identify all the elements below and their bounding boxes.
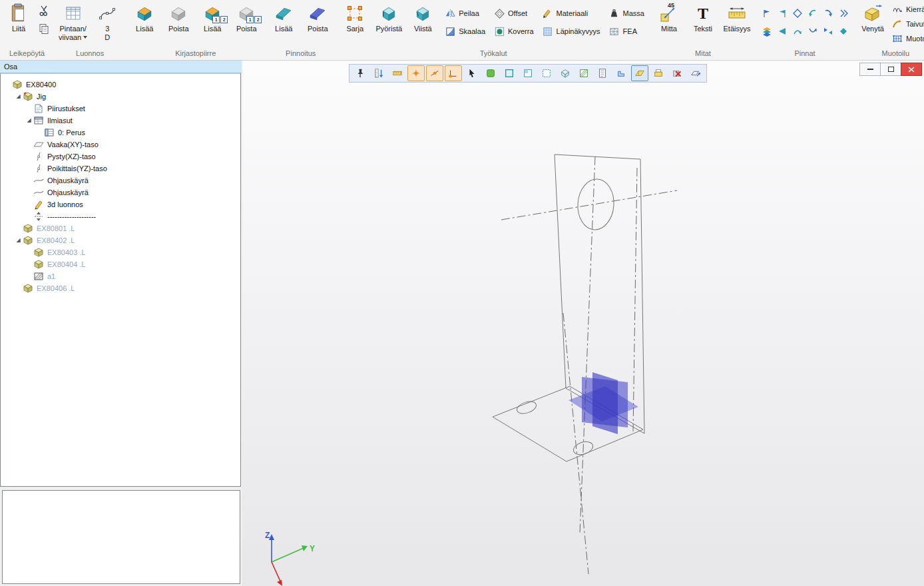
select-face-green-button[interactable] — [482, 65, 499, 81]
select-element-button[interactable] — [463, 65, 481, 81]
surface-rotate-left-button[interactable] — [806, 7, 819, 19]
surface-flag-right-button[interactable] — [760, 7, 773, 19]
surface-flag-left2-button[interactable] — [776, 25, 788, 37]
select-face-button[interactable] — [501, 65, 518, 81]
text-button[interactable]: T Teksti — [686, 1, 720, 35]
distance-button[interactable]: Etäisyys — [720, 1, 754, 35]
measure-vertical-button[interactable] — [370, 65, 387, 81]
tree-item-vaaka-xy-taso[interactable]: Vaaka(XY)-taso — [1, 139, 240, 150]
part-icon — [23, 223, 33, 234]
viewport[interactable]: Z Y — [242, 61, 924, 586]
tree-item-3d-luonnos[interactable]: 3d luonnos — [1, 198, 240, 210]
pin-button[interactable] — [351, 65, 369, 81]
surface-stack-button[interactable] — [760, 25, 773, 37]
twist-button[interactable]: Kierrä — [891, 3, 924, 15]
sketch-on-surface-button[interactable]: Pintaan/viivaan — [56, 1, 90, 44]
surface-step-button[interactable] — [612, 65, 630, 81]
surface-remove-icon — [309, 3, 326, 24]
fillet-button[interactable]: Pyöristä — [372, 1, 405, 35]
snap-angle-icon — [448, 68, 459, 79]
tree-item-poikittais-yz-taso[interactable]: Poikittais(YZ)-taso — [1, 162, 240, 174]
select-solid-button[interactable] — [557, 65, 574, 81]
select-hatch-button[interactable] — [575, 65, 592, 81]
tree-item-pysty-xz-taso[interactable]: Pysty(XZ)-taso — [1, 150, 240, 162]
plane-direction-button[interactable] — [687, 65, 704, 81]
surface-remove-button[interactable]: Poista — [301, 1, 334, 35]
surface-diamond-button[interactable] — [791, 7, 804, 19]
dimension-icon: 45 — [659, 3, 679, 24]
select-face-partial-button[interactable] — [519, 65, 537, 81]
tree-item-ilmiasut[interactable]: ◢ Ilmiasut — [1, 115, 240, 127]
hollow-button[interactable]: Koverra — [493, 25, 534, 37]
offset-button[interactable]: Offset — [493, 7, 534, 19]
tree-item-ex80406[interactable]: EX80406 .L — [1, 282, 240, 294]
deform-button[interactable]: Muotoile — [891, 33, 924, 45]
pattern-button[interactable]: Sarja — [338, 1, 371, 35]
library-add-button[interactable]: Lisää — [128, 1, 161, 35]
surface-arc-down-button[interactable] — [806, 25, 819, 37]
scale-button[interactable]: Skaalaa — [444, 25, 485, 37]
tree-item-0-perus[interactable]: 0: Perus — [1, 127, 240, 139]
select-face-dashed-button[interactable] — [538, 65, 555, 81]
model-canvas[interactable]: Z Y — [242, 61, 924, 586]
ribbon-group-kirjastopiirre: Lisää Poista 12 Lisää 12 Poista Kirjasto… — [126, 0, 265, 60]
fea-button[interactable]: FEA — [608, 25, 644, 37]
paste-button[interactable]: Liitä — [2, 1, 35, 35]
tree-item-piirustukset[interactable]: Piirustukset — [1, 103, 240, 115]
surface-add-button[interactable]: Lisää — [267, 1, 300, 35]
stretch-button[interactable]: Venytä — [856, 1, 889, 35]
mass-button[interactable]: Massa — [608, 7, 644, 19]
tree-item-separator[interactable]: -------------------- — [1, 210, 240, 222]
face-dashed-icon — [541, 68, 552, 79]
minimize-button[interactable] — [859, 63, 881, 76]
plane-output-button[interactable] — [650, 65, 667, 81]
bend-button[interactable]: Taivuta — [891, 18, 924, 30]
work-plane-button[interactable] — [631, 65, 648, 81]
snap-angle-toggle[interactable] — [445, 65, 462, 81]
sketch-3d-button[interactable]: 3D — [91, 1, 124, 44]
cut-button[interactable] — [37, 4, 51, 17]
snap-line-toggle[interactable] — [426, 65, 443, 81]
library-add-icon — [136, 3, 153, 24]
expand-toggle[interactable]: ◢ — [25, 115, 33, 127]
jig-icon — [23, 91, 33, 102]
tree-item-ex80403[interactable]: EX80403 .L — [1, 246, 240, 258]
tree-item-jig[interactable]: ◢ Jig — [1, 91, 240, 103]
group-label-pinnoitus: Pinnoitus — [267, 49, 334, 60]
library-remove-numbered-button[interactable]: 12 Poista — [230, 1, 263, 35]
surface-flag-left-button[interactable] — [776, 7, 788, 19]
origin-planes[interactable] — [569, 372, 638, 434]
surface-rotate-right-button[interactable] — [821, 7, 834, 19]
part-icon — [33, 247, 44, 258]
tree-item-ex80404[interactable]: EX80404 .L — [1, 258, 240, 270]
tree-item-ohjauskayra-1[interactable]: Ohjauskäyrä — [1, 174, 240, 186]
mirror-button[interactable]: Peilaa — [444, 7, 485, 19]
expand-toggle[interactable]: ◢ — [14, 234, 23, 246]
detail-panel[interactable] — [2, 490, 240, 584]
feature-tree[interactable]: EX80400 ◢ Jig Piirustukset ◢ Ilmiasut 0:… — [0, 73, 241, 487]
delete-face-button[interactable] — [668, 65, 686, 81]
surface-arc-up-button[interactable] — [791, 25, 804, 37]
measure-ruler-button[interactable] — [389, 65, 406, 81]
feature-list-button[interactable] — [594, 65, 611, 81]
dimension-button[interactable]: 45 Mitta — [652, 1, 686, 35]
expand-toggle[interactable]: ◢ — [14, 91, 23, 103]
transparency-button[interactable]: Läpinäkyvyys — [542, 25, 600, 37]
material-button[interactable]: Materiaali — [542, 7, 600, 19]
library-remove-button[interactable]: Poista — [162, 1, 195, 35]
close-button[interactable] — [901, 63, 922, 76]
tree-item-ex80400[interactable]: EX80400 — [1, 79, 240, 91]
maximize-button[interactable] — [880, 63, 901, 76]
copy-button[interactable] — [37, 22, 51, 35]
chamfer-button[interactable]: Viistä — [406, 1, 439, 35]
library-add-numbered-button[interactable]: 12 Lisää — [196, 1, 229, 35]
tree-item-ex80801[interactable]: EX80801 .L — [1, 222, 240, 234]
snap-point-toggle[interactable] — [407, 65, 425, 81]
tree-item-ex80402[interactable]: ◢ EX80402 .L — [1, 234, 240, 246]
layer-stack-icon — [762, 26, 772, 37]
tree-item-ohjauskayra-2[interactable]: Ohjauskäyrä — [1, 186, 240, 198]
surface-flag-pair-button[interactable] — [821, 25, 834, 37]
surface-chevrons-button[interactable] — [837, 7, 849, 19]
surface-diamond-small-button[interactable] — [837, 25, 849, 37]
tree-item-a1[interactable]: a1 — [1, 270, 240, 282]
